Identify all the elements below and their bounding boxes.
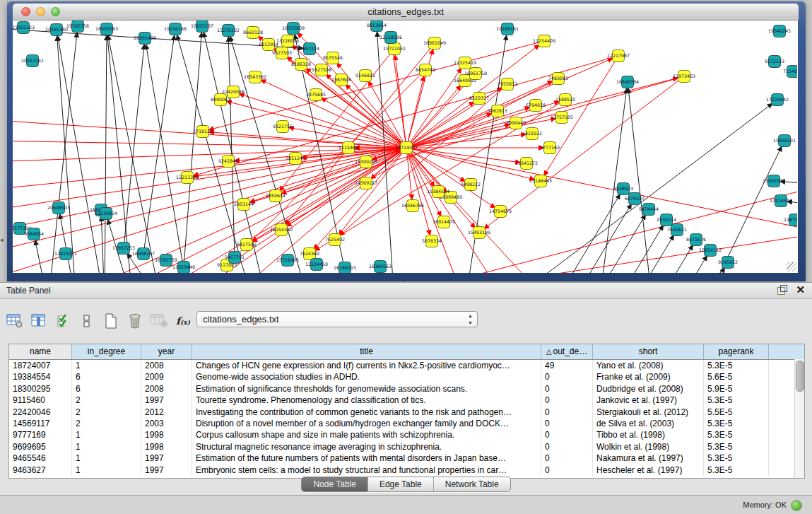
float-panel-icon[interactable] [777, 285, 787, 295]
table-cell-in_degree[interactable]: 2 [72, 418, 141, 429]
table-cell-year[interactable]: 2008 [141, 360, 192, 371]
table-vertical-scrollbar[interactable] [794, 359, 804, 478]
table-cell-title[interactable]: Structural magnetic resonance image aver… [192, 441, 541, 452]
table-row[interactable]: 946362711997Embryonic stem cells: a mode… [9, 465, 804, 476]
table-cell-name[interactable]: 18300295 [9, 383, 72, 395]
table-row[interactable]: 2242004622012Investigating the contribut… [9, 407, 804, 418]
column-header-pagerank[interactable]: pagerank [704, 344, 769, 359]
table-cell-pagerank[interactable]: 5.3E-5 [704, 452, 769, 464]
citation-edge-black[interactable] [628, 82, 652, 273]
table-cell-out_de[interactable]: 0 [541, 452, 593, 464]
table-cell-pagerank[interactable]: 5.3E-5 [704, 395, 769, 406]
citation-edge-black[interactable] [184, 26, 202, 267]
table-cell-out_de[interactable]: 0 [541, 441, 593, 452]
table-select-dropdown[interactable]: citations_edges.txt ▲▼ [196, 311, 478, 327]
table-cell-out_de[interactable]: 0 [541, 371, 593, 382]
column-header-in_degree[interactable]: in_degree [72, 344, 141, 359]
table-cell-out_de[interactable]: 49 [541, 360, 593, 371]
citation-edge-red[interactable] [13, 148, 406, 211]
network-canvas[interactable]: 1872400786601288912954132260589327503165… [13, 21, 798, 273]
citation-network-graph[interactable]: 1872400786601288912954132260589327503165… [13, 21, 797, 273]
table-cell-pagerank[interactable]: 5.3E-5 [704, 441, 769, 452]
resize-grip[interactable] [787, 262, 796, 271]
table-cell-name[interactable]: 9777169 [9, 429, 72, 440]
citation-edge-black[interactable] [48, 26, 78, 273]
table-cell-title[interactable]: Tourette syndrome. Phenomenology and cla… [192, 395, 541, 406]
column-header-name[interactable]: name [9, 344, 72, 359]
citation-edge-black[interactable] [539, 189, 623, 273]
select-columns-button[interactable] [52, 310, 73, 332]
table-cell-year[interactable]: 2008 [141, 383, 192, 395]
citation-edge-black[interactable] [143, 29, 175, 254]
table-cell-short[interactable]: Wolkin et al. (1998) [593, 441, 704, 452]
table-cell-title[interactable]: Estimation of significance thresholds fo… [192, 383, 541, 395]
table-cell-short[interactable]: Dudbridge et al. (2008) [593, 383, 704, 395]
column-header-title[interactable]: title [192, 344, 541, 359]
table-cell-out_de[interactable]: 0 [541, 418, 593, 429]
table-cell-year[interactable]: 1997 [141, 452, 192, 464]
table-cell-in_degree[interactable]: 1 [72, 465, 141, 476]
delete-column-button[interactable] [124, 310, 146, 332]
table-cell-year[interactable]: 1998 [141, 441, 192, 452]
table-cell-short[interactable]: Tibbo et al. (1998) [593, 429, 704, 440]
table-cell-name[interactable]: 9463627 [9, 465, 72, 476]
citation-edge-black[interactable] [202, 26, 267, 273]
scrollbar-thumb[interactable] [796, 361, 804, 392]
table-cell-short[interactable]: Yano et al. (2008) [593, 360, 704, 371]
table-cell-name[interactable]: 19384554 [9, 371, 72, 382]
tab-network-table[interactable]: Network Table [434, 477, 510, 491]
table-cell-in_degree[interactable]: 1 [72, 429, 141, 440]
citation-edge-black[interactable] [105, 29, 107, 273]
table-row[interactable]: 977716911998Corpus callosum shape and si… [9, 429, 804, 440]
table-row[interactable]: 969969511998Structural magnetic resonanc… [9, 441, 804, 452]
table-cell-short[interactable]: Jankovic et al. (1997) [593, 395, 704, 406]
table-cell-title[interactable]: Estimation of the future numbers of pati… [192, 452, 541, 464]
function-builder-button[interactable]: f(x) [172, 310, 194, 332]
table-cell-pagerank[interactable]: 5.6E-5 [704, 371, 769, 382]
rows-button[interactable] [76, 310, 98, 332]
show-columns-button[interactable] [28, 310, 49, 332]
table-cell-year[interactable]: 2012 [141, 407, 192, 418]
table-cell-title[interactable]: Disruption of a novel member of a sodium… [192, 418, 541, 429]
table-cell-in_degree[interactable]: 1 [72, 452, 141, 464]
table-cell-short[interactable]: Nakamura et al. (1997) [593, 452, 704, 464]
citation-edge-black[interactable] [599, 82, 628, 273]
citation-edge-black[interactable] [611, 240, 696, 273]
table-cell-pagerank[interactable]: 5.9E-5 [704, 383, 769, 395]
table-cell-in_degree[interactable]: 1 [72, 441, 141, 452]
tab-edge-table[interactable]: Edge Table [368, 477, 434, 491]
table-cell-out_de[interactable]: 0 [541, 383, 593, 395]
citation-edge-red[interactable] [13, 148, 406, 233]
citation-edge-black[interactable] [705, 141, 784, 273]
citation-edge-black[interactable] [582, 220, 666, 273]
citation-edge-black[interactable] [107, 29, 133, 273]
table-cell-name[interactable]: 9115460 [9, 395, 72, 406]
table-cell-pagerank[interactable]: 5.3E-5 [704, 429, 769, 440]
column-header-short[interactable]: short [593, 344, 704, 359]
table-cell-pagerank[interactable]: 5.3E-5 [704, 418, 769, 429]
table-row[interactable]: 1938455462009Genome-wide association stu… [9, 371, 804, 382]
table-cell-out_de[interactable]: 0 [541, 407, 593, 418]
new-column-button[interactable] [100, 310, 122, 332]
table-cell-pagerank[interactable]: 5.3E-5 [704, 360, 769, 371]
column-header-out_de[interactable]: △out_de… [541, 344, 593, 359]
table-cell-title[interactable]: Investigating the contribution of common… [192, 407, 541, 418]
table-cell-pagerank[interactable]: 5.3E-5 [704, 465, 769, 476]
table-cell-title[interactable]: Corpus callosum shape and size in male p… [192, 429, 541, 440]
table-cell-out_de[interactable]: 0 [541, 429, 593, 440]
table-row[interactable]: 911546021997Tourette syndrome. Phenomeno… [9, 395, 804, 406]
table-cell-short[interactable]: Franke et al. (2009) [593, 371, 704, 382]
table-cell-out_de[interactable]: 0 [541, 395, 593, 406]
table-cell-out_de[interactable]: 0 [541, 465, 593, 476]
table-cell-name[interactable]: 18724007 [9, 360, 72, 371]
table-cell-name[interactable]: 22420046 [9, 407, 72, 418]
table-row[interactable]: 1456911722003Disruption of a novel membe… [9, 418, 804, 429]
table-cell-in_degree[interactable]: 1 [72, 360, 141, 371]
table-cell-in_degree[interactable]: 2 [72, 407, 141, 418]
citation-edge-black[interactable] [228, 30, 235, 257]
table-cell-year[interactable]: 1997 [141, 465, 192, 476]
tab-node-table[interactable]: Node Table [302, 477, 368, 491]
network-window-titlebar[interactable]: citations_edges.txt [13, 4, 799, 21]
close-panel-icon[interactable]: ✕ [796, 285, 805, 295]
table-cell-year[interactable]: 1998 [141, 429, 192, 440]
